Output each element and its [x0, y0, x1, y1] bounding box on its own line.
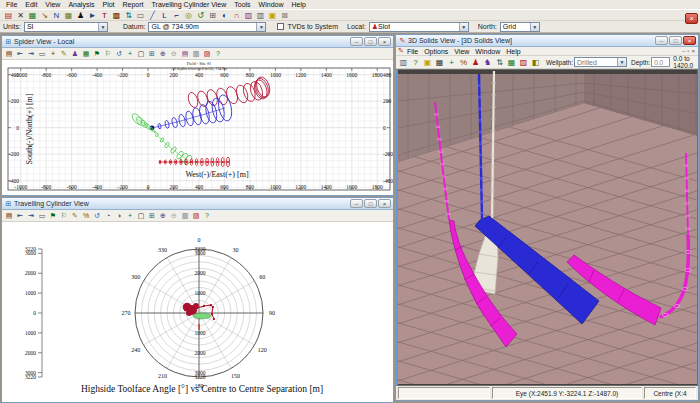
- local-combo[interactable]: ♟ Slot ▼: [369, 22, 469, 32]
- flag-start-icon[interactable]: ⚑: [48, 211, 58, 221]
- tvd-reference-icon[interactable]: T: [99, 10, 110, 21]
- sector-icon[interactable]: ◔: [103, 211, 113, 221]
- flag-end-icon[interactable]: ⚐: [59, 211, 69, 221]
- menu-report[interactable]: Report: [119, 1, 148, 8]
- menu-window[interactable]: Window: [472, 48, 503, 55]
- menu-edit[interactable]: Edit: [21, 1, 41, 8]
- help-icon[interactable]: ?: [202, 211, 212, 221]
- zoom-previous-icon[interactable]: ⇤: [15, 49, 25, 59]
- datum-combo[interactable]: GL @ 734.90m ▼: [148, 22, 266, 32]
- snapshot-icon[interactable]: ▤: [4, 211, 14, 221]
- chevron-down-icon[interactable]: ▼: [98, 23, 107, 31]
- scale-icon[interactable]: %: [458, 57, 469, 68]
- survey-tool-icon[interactable]: ↘: [39, 10, 50, 21]
- pan-icon[interactable]: +: [125, 49, 135, 59]
- horizontal-section-icon[interactable]: ⌐: [171, 10, 182, 21]
- open-icon[interactable]: ▣: [422, 57, 433, 68]
- print-icon[interactable]: ▥: [191, 49, 201, 59]
- north-reference-icon[interactable]: ∩: [231, 10, 242, 21]
- tc-titlebar[interactable]: ⊞ Travelling Cylinder View – □ ×: [2, 198, 393, 210]
- chevron-down-icon[interactable]: ▼: [617, 58, 626, 66]
- child-close-button[interactable]: ×: [691, 48, 695, 54]
- plan-editor-icon[interactable]: ▦: [27, 10, 38, 21]
- zoom-in-icon[interactable]: ⊕: [158, 49, 168, 59]
- zoom-previous-icon[interactable]: ⇤: [15, 211, 25, 221]
- app-close-button[interactable]: ×: [685, 13, 698, 24]
- maximize-button[interactable]: □: [669, 36, 682, 45]
- maximize-button[interactable]: □: [364, 199, 377, 208]
- child-minimize-button[interactable]: –: [682, 48, 685, 54]
- zoom-window-icon[interactable]: ▭: [37, 49, 47, 59]
- spreadsheet-icon[interactable]: ▦: [63, 10, 74, 21]
- grid-options-icon[interactable]: ▦: [81, 49, 91, 59]
- zoom-next-icon[interactable]: ⇥: [26, 211, 36, 221]
- menu-help[interactable]: Help: [503, 48, 523, 55]
- target-icon[interactable]: ◎: [183, 10, 194, 21]
- display-options-icon[interactable]: ▦: [434, 57, 445, 68]
- printer-icon[interactable]: ▥: [255, 10, 266, 21]
- export-icon[interactable]: ▨: [202, 49, 212, 59]
- wellpath-combo[interactable]: Drilled ▼: [574, 57, 627, 67]
- flag-end-icon[interactable]: ⚐: [103, 49, 113, 59]
- fit-view-icon[interactable]: ▢: [136, 211, 146, 221]
- solids-titlebar[interactable]: ✎ 3D Solids View - [3D Solids View] – □ …: [396, 35, 698, 47]
- lock-icon[interactable]: ⊠: [279, 10, 290, 21]
- texture-icon[interactable]: ▨: [518, 57, 529, 68]
- menu-plot[interactable]: Plot: [98, 1, 118, 8]
- north-combo[interactable]: Grid ▼: [500, 22, 540, 32]
- menu-options[interactable]: Options: [421, 48, 451, 55]
- menu-travelling-cylinder-view[interactable]: Travelling Cylinder View: [148, 1, 231, 8]
- wellbore-icon[interactable]: ♟: [75, 10, 86, 21]
- rotate-icon[interactable]: ↺: [92, 211, 102, 221]
- menu-file[interactable]: File: [404, 48, 421, 55]
- annotate-icon[interactable]: ✎: [59, 49, 69, 59]
- close-button[interactable]: ×: [683, 36, 696, 45]
- color-map-icon[interactable]: ▨: [243, 10, 254, 21]
- spider-chart[interactable]: Field - Site #1All depths referenced to …: [2, 60, 393, 195]
- chevron-down-icon[interactable]: ▼: [459, 23, 468, 31]
- close-button[interactable]: ×: [378, 37, 391, 46]
- flag-start-icon[interactable]: ⚑: [92, 49, 102, 59]
- minimize-button[interactable]: –: [350, 199, 363, 208]
- minimize-button[interactable]: –: [350, 37, 363, 46]
- menu-tools[interactable]: Tools: [230, 1, 254, 8]
- minimize-button[interactable]: –: [655, 36, 668, 45]
- copy-document-icon[interactable]: ⊞: [207, 10, 218, 21]
- wellbores-icon[interactable]: ♟: [70, 49, 80, 59]
- copy-icon[interactable]: ⊞: [147, 49, 157, 59]
- zoom-in-icon[interactable]: ⊕: [158, 211, 168, 221]
- plot-options-icon[interactable]: ▤: [180, 49, 190, 59]
- units-combo[interactable]: SI ▼: [24, 22, 108, 32]
- chevron-down-icon[interactable]: ▼: [256, 23, 265, 31]
- vertical-section-icon[interactable]: L: [159, 10, 170, 21]
- menu-analysis[interactable]: Analysis: [64, 1, 98, 8]
- anti-collision-icon[interactable]: ⇅: [123, 10, 134, 21]
- depth-field[interactable]: 0.0: [651, 57, 670, 67]
- help-icon[interactable]: ?: [410, 57, 421, 68]
- wellpath-editor-icon[interactable]: N: [51, 10, 62, 21]
- walls-icon[interactable]: ◧: [530, 57, 541, 68]
- help-icon[interactable]: ?: [213, 49, 223, 59]
- menu-window[interactable]: Window: [255, 1, 288, 8]
- folder-icon[interactable]: ▣: [267, 10, 278, 21]
- annotate-icon[interactable]: ✎: [70, 211, 80, 221]
- zoom-window-icon[interactable]: ▭: [37, 211, 47, 221]
- globe-icon[interactable]: ◐: [219, 10, 230, 21]
- add-icon[interactable]: +: [446, 57, 457, 68]
- tvds-checkbox[interactable]: [277, 23, 284, 30]
- zoom-out-icon[interactable]: ⊖: [169, 49, 179, 59]
- wellbore-icon[interactable]: ♟: [470, 57, 481, 68]
- snapshot-icon[interactable]: ▤: [4, 49, 14, 59]
- rotate-icon[interactable]: ↺: [114, 49, 124, 59]
- offset-wells-icon[interactable]: ♞: [482, 57, 493, 68]
- rectangle-select-icon[interactable]: ▭: [135, 10, 146, 21]
- layout-icon[interactable]: +: [48, 49, 58, 59]
- zoom-next-icon[interactable]: ⇥: [26, 49, 36, 59]
- export-icon[interactable]: ▨: [191, 211, 201, 221]
- menu-file[interactable]: File: [2, 1, 21, 8]
- pointer-icon[interactable]: ►: [87, 10, 98, 21]
- solids-viewport[interactable]: [396, 69, 698, 386]
- chevron-down-icon[interactable]: ▼: [530, 23, 539, 31]
- fit-view-icon[interactable]: ▢: [136, 49, 146, 59]
- refresh-icon[interactable]: ↺: [195, 10, 206, 21]
